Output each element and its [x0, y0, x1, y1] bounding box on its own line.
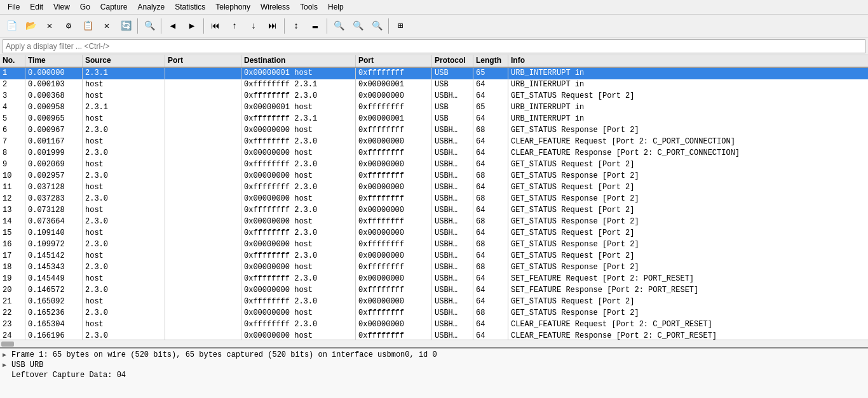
packet-cell-source: host [83, 251, 165, 262]
packet-cell-info: URB_INTERRUPT in [508, 79, 868, 91]
packet-row[interactable]: 60.0009672.3.00x00000000 host0xffffffffU… [0, 125, 868, 136]
packet-cell-port2: 0xffffffff [356, 68, 432, 79]
menu-item-file[interactable]: File [3, 1, 25, 13]
packet-cell-dest: 0x00000000 host [241, 262, 356, 274]
col-header-port1[interactable]: Port [165, 55, 241, 67]
packet-cell-no: 12 [0, 194, 25, 205]
packet-row[interactable]: 80.0019992.3.00x00000000 host0xffffffffU… [0, 148, 868, 159]
packet-cell-info: CLEAR_FEATURE Response [Port 2: C_PORT_R… [508, 331, 868, 340]
toolbar-button-0[interactable]: 📄 [3, 17, 20, 35]
toolbar-button-3[interactable]: ⚙ [60, 17, 78, 35]
col-header-length[interactable]: Length [473, 55, 508, 67]
packet-row[interactable]: 100.0029572.3.00x00000000 host0xffffffff… [0, 171, 868, 182]
toolbar-button-22[interactable]: 🔍 [349, 17, 367, 35]
detail-line[interactable]: Leftover Capture Data: 04 [3, 370, 865, 380]
packet-row[interactable]: 50.000965host0xffffffff 2.3.10x00000001U… [0, 114, 868, 125]
packet-row[interactable]: 200.1465722.3.00x00000000 host0xffffffff… [0, 285, 868, 296]
packet-cell-no: 5 [0, 114, 25, 125]
packet-cell-time: 0.145142 [25, 251, 83, 262]
packet-cell-proto: USBH… [432, 182, 473, 194]
packet-cell-len: 68 [473, 125, 508, 136]
toolbar-button-2[interactable]: ✕ [41, 17, 58, 35]
toolbar-button-19[interactable]: ▬ [306, 17, 324, 35]
toolbar-button-23[interactable]: 🔍 [368, 17, 386, 35]
packet-cell-port1 [165, 319, 241, 331]
packet-cell-source: 2.3.0 [83, 125, 165, 136]
packet-row[interactable]: 70.001167host0xffffffff 2.3.00x00000000U… [0, 136, 868, 148]
toolbar-button-8[interactable]: 🔍 [140, 17, 158, 35]
packet-row[interactable]: 210.165092host0xffffffff 2.3.00x00000000… [0, 296, 868, 308]
toolbar-button-13[interactable]: ⏮ [207, 17, 224, 35]
packet-cell-dest: 0x00000000 host [241, 171, 356, 182]
toolbar-button-6[interactable]: 🔄 [117, 17, 135, 35]
toolbar-button-15[interactable]: ↓ [245, 17, 262, 35]
packet-cell-port2: 0x00000000 [356, 228, 432, 239]
packet-cell-source: 2.3.0 [83, 331, 165, 340]
toolbar-button-4[interactable]: 📋 [79, 17, 97, 35]
packet-cell-proto: USBH… [432, 319, 473, 331]
col-header-info[interactable]: Info [508, 55, 868, 67]
toolbar-button-16[interactable]: ⏭ [264, 17, 281, 35]
packet-cell-port1 [165, 159, 241, 171]
col-header-no[interactable]: No. [0, 55, 25, 67]
toolbar-button-5[interactable]: ✕ [98, 17, 116, 35]
menu-bar: FileEditViewGoCaptureAnalyzeStatisticsTe… [0, 0, 868, 15]
toolbar-button-25[interactable]: ⊞ [391, 17, 409, 35]
packet-row[interactable]: 120.0372832.3.00x00000000 host0xffffffff… [0, 194, 868, 205]
filter-input[interactable] [3, 39, 865, 53]
packet-row[interactable]: 110.037128host0xffffffff 2.3.00x00000000… [0, 182, 868, 194]
col-header-protocol[interactable]: Protocol [432, 55, 473, 67]
packet-row[interactable]: 150.109140host0xffffffff 2.3.00x00000000… [0, 228, 868, 239]
packet-cell-proto: USB [432, 114, 473, 125]
detail-line[interactable]: ▶Frame 1: 65 bytes on wire (520 bits), 6… [3, 350, 865, 360]
menu-item-help[interactable]: Help [323, 1, 349, 13]
packet-row[interactable]: 10.0000002.3.10x00000001 host0xffffffffU… [0, 68, 868, 79]
menu-item-capture[interactable]: Capture [95, 1, 133, 13]
toolbar-separator [161, 18, 161, 34]
col-header-source[interactable]: Source [83, 55, 165, 67]
menu-item-telephony[interactable]: Telephony [210, 1, 255, 13]
packet-cell-no: 15 [0, 228, 25, 239]
menu-item-go[interactable]: Go [75, 1, 95, 13]
packet-row[interactable]: 230.165304host0xffffffff 2.3.00x00000000… [0, 319, 868, 331]
hscroll-thumb[interactable] [1, 342, 14, 347]
packet-cell-no: 4 [0, 102, 25, 114]
toolbar-button-11[interactable]: ▶ [183, 17, 201, 35]
toolbar-button-18[interactable]: ↕ [287, 17, 305, 35]
packet-row[interactable]: 220.1652362.3.00x00000000 host0xffffffff… [0, 308, 868, 319]
menu-item-tools[interactable]: Tools [295, 1, 323, 13]
packet-row[interactable]: 240.1661962.3.00x00000000 host0xffffffff… [0, 331, 868, 340]
packet-cell-len: 64 [473, 114, 508, 125]
col-header-destination[interactable]: Destination [241, 55, 356, 67]
toolbar-button-14[interactable]: ↑ [226, 17, 243, 35]
menu-item-edit[interactable]: Edit [25, 1, 48, 13]
packet-cell-port2: 0xffffffff [356, 216, 432, 228]
hscroll[interactable] [0, 340, 868, 347]
menu-item-view[interactable]: View [48, 1, 75, 13]
menu-item-wireless[interactable]: Wireless [255, 1, 295, 13]
packet-row[interactable]: 90.002069host0xffffffff 2.3.00x00000000U… [0, 159, 868, 171]
packet-row[interactable]: 190.145449host0xffffffff 2.3.00x00000000… [0, 274, 868, 285]
menu-item-analyze[interactable]: Analyze [133, 1, 170, 13]
packet-cell-len: 65 [473, 68, 508, 79]
packet-cell-port2: 0xffffffff [356, 102, 432, 114]
packet-row[interactable]: 130.073128host0xffffffff 2.3.00x00000000… [0, 205, 868, 216]
toolbar-button-21[interactable]: 🔍 [330, 17, 348, 35]
col-header-port2[interactable]: Port [356, 55, 432, 67]
menu-item-statistics[interactable]: Statistics [170, 1, 210, 13]
packet-row[interactable]: 160.1099722.3.00x00000000 host0xffffffff… [0, 239, 868, 251]
packet-cell-no: 21 [0, 296, 25, 308]
col-header-time[interactable]: Time [25, 55, 83, 67]
packet-body[interactable]: 10.0000002.3.10x00000001 host0xffffffffU… [0, 68, 868, 340]
packet-row[interactable]: 20.000103host0xffffffff 2.3.10x00000001U… [0, 79, 868, 91]
toolbar-button-1[interactable]: 📂 [22, 17, 39, 35]
packet-cell-port2: 0x00000000 [356, 251, 432, 262]
packet-row[interactable]: 40.0009582.3.10x00000001 host0xffffffffU… [0, 102, 868, 114]
toolbar-button-10[interactable]: ◀ [164, 17, 182, 35]
packet-row[interactable]: 140.0736642.3.00x00000000 host0xffffffff… [0, 216, 868, 228]
packet-row[interactable]: 180.1453432.3.00x00000000 host0xffffffff… [0, 262, 868, 274]
packet-row[interactable]: 30.000368host0xffffffff 2.3.00x00000000U… [0, 91, 868, 102]
packet-row[interactable]: 170.145142host0xffffffff 2.3.00x00000000… [0, 251, 868, 262]
packet-cell-port1 [165, 274, 241, 285]
detail-line[interactable]: ▶USB URB [3, 360, 865, 370]
